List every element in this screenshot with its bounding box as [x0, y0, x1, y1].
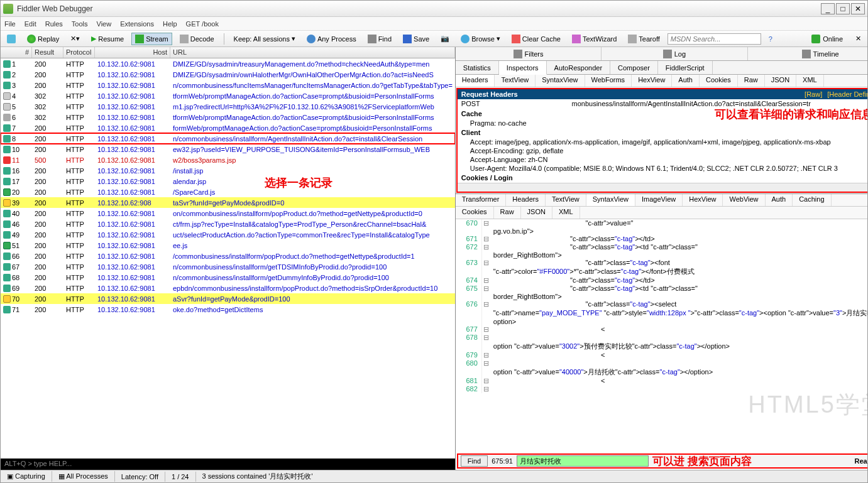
quickexec-bar[interactable]: ALT+Q > type HELP... — [1, 459, 455, 470]
resume-button[interactable]: ▶Resume — [87, 33, 128, 45]
menu-view[interactable]: View — [97, 20, 112, 28]
menu-help[interactable]: Help — [163, 20, 177, 28]
remove-button[interactable]: ✕▾ — [67, 33, 84, 45]
tab-transformer[interactable]: Transformer — [456, 194, 507, 206]
syntax-view[interactable]: HTML5学堂 670⊟ "c-attr">value="pg.vo.bn.ip… — [456, 219, 867, 452]
session-row[interactable]: 10200HTTP10.132.10.62:9081ew32.jsp?useId… — [1, 144, 455, 155]
menu-tools[interactable]: Tools — [72, 20, 88, 28]
tab-fiddlerscript[interactable]: FiddlerScript — [658, 61, 713, 74]
textwizard-button[interactable]: TextWizard — [568, 33, 620, 45]
session-row[interactable]: 71200HTTP10.132.10.62:9081oke.do?method=… — [1, 304, 455, 315]
close-toolbar[interactable]: ✕ — [852, 33, 865, 45]
session-row[interactable]: 46200HTTP10.132.10.62:9081ct/frm.jsp?rec… — [1, 219, 455, 229]
tab-inspectors[interactable]: Inspectors — [499, 61, 547, 75]
menu-getbook[interactable]: GET /book — [186, 20, 219, 28]
session-row[interactable]: 49200HTTP10.132.10.62:9081uct/selectProd… — [1, 229, 455, 240]
session-row[interactable]: 5302HTTP10.132.10.62:9081m1.jsp?redirect… — [1, 101, 455, 112]
session-row[interactable]: 39200HTTP10.132.10.62:908taSvr?funId=get… — [1, 197, 455, 208]
tab-imageview[interactable]: ImageView — [635, 194, 683, 206]
tab-xml[interactable]: XML — [552, 207, 580, 219]
find-input[interactable] — [517, 455, 649, 467]
hscroll[interactable] — [458, 183, 867, 192]
session-row[interactable]: 68200HTTP10.132.10.62:9081n/commonbusine… — [1, 272, 455, 283]
tab-autoresponder[interactable]: AutoResponder — [547, 61, 610, 74]
session-row[interactable]: 8200HTTP10.132.10.62:9081n/commonbusines… — [1, 133, 455, 144]
close-button[interactable]: ✕ — [851, 3, 865, 14]
tab-raw[interactable]: Raw — [494, 207, 521, 219]
col-protocol[interactable]: Protocol — [63, 47, 95, 58]
process-filter[interactable]: ▦ All Processes — [52, 471, 115, 482]
maximize-button[interactable]: □ — [836, 3, 850, 14]
browse-button[interactable]: Browse ▾ — [457, 33, 504, 45]
raw-link[interactable]: [Raw] — [805, 90, 822, 98]
find-button[interactable]: Find — [364, 33, 395, 45]
session-row[interactable]: 3200HTTP10.132.10.62:9081n/commonbusines… — [1, 80, 455, 90]
tab-textview[interactable]: TextView — [546, 194, 586, 206]
tab-json[interactable]: JSON — [521, 207, 552, 219]
tab-auth[interactable]: Auth — [672, 75, 700, 87]
col-result[interactable]: Result — [32, 47, 63, 58]
minimize-button[interactable]: _ — [821, 3, 835, 14]
replay-button[interactable]: Replay — [23, 33, 63, 45]
tab-composer[interactable]: Composer — [610, 61, 658, 74]
tab-headers[interactable]: Headers — [456, 75, 495, 87]
col-url[interactable]: URL — [170, 47, 455, 58]
menubar: FileEditRulesToolsViewExtensionsHelpGET … — [1, 17, 867, 31]
session-row[interactable]: 51200HTTP10.132.10.62:9081ee.js — [1, 240, 455, 251]
session-row[interactable]: 20200HTTP10.132.10.62:9081/SpareCard.js — [1, 187, 455, 197]
menu-extensions[interactable]: Extensions — [120, 20, 154, 28]
tab-log[interactable]: Log — [602, 47, 747, 60]
header-defs-link[interactable]: [Header Definitions] — [827, 90, 867, 98]
session-row[interactable]: 2200HTTP10.132.10.62:9081DMIZE/GD/sysadm… — [1, 69, 455, 80]
tab-statistics[interactable]: Statistics — [456, 61, 499, 74]
comment-button[interactable] — [3, 33, 19, 45]
tab-hexview[interactable]: HexView — [632, 75, 672, 87]
stream-button[interactable]: Stream — [131, 33, 172, 45]
session-row[interactable]: 11500HTTP10.132.10.62:9081w2/boss3params… — [1, 155, 455, 165]
tab-caching[interactable]: Caching — [793, 194, 831, 206]
session-row[interactable]: 40200HTTP10.132.10.62:9081on/commonbusin… — [1, 208, 455, 219]
annotation-select-record: 选择一条记录 — [265, 175, 332, 190]
session-row[interactable]: 67200HTTP10.132.10.62:9081n/commonbusine… — [1, 261, 455, 272]
tab-webview[interactable]: WebView — [723, 194, 765, 206]
help-button[interactable]: ? — [765, 33, 776, 45]
menu-file[interactable]: File — [4, 20, 16, 28]
tab-syntaxview[interactable]: SyntaxView — [586, 194, 635, 206]
save-button[interactable]: Save — [399, 33, 433, 45]
msdn-search-input[interactable] — [667, 33, 761, 45]
tearoff-button[interactable]: Tearoff — [624, 33, 663, 45]
keep-sessions[interactable]: Keep: All sessions ▾ — [230, 33, 299, 45]
session-row[interactable]: 17200HTTP10.132.10.62:9081alendar.jsp — [1, 176, 455, 187]
tab-timeline[interactable]: Timeline — [748, 47, 868, 60]
capturing-status[interactable]: ▣ Capturing — [1, 471, 52, 482]
tab-raw[interactable]: Raw — [738, 75, 765, 87]
session-row[interactable]: 1200HTTP10.132.10.62:9081DMIZE/GD/sysadm… — [1, 58, 455, 69]
decode-button[interactable]: Decode — [176, 33, 218, 45]
session-row[interactable]: 6302HTTP10.132.10.62:9081tformWeb/prompt… — [1, 112, 455, 122]
tab-headers[interactable]: Headers — [506, 194, 546, 206]
clear-cache-button[interactable]: Clear Cache — [508, 33, 564, 45]
session-row[interactable]: 66200HTTP10.132.10.62:9081/commonbusines… — [1, 251, 455, 261]
col-number[interactable]: # — [1, 47, 32, 58]
session-row[interactable]: 7200HTTP10.132.10.62:9081formWeb/promptM… — [1, 122, 455, 133]
tab-hexview[interactable]: HexView — [683, 194, 723, 206]
camera-button[interactable]: 📷 — [437, 33, 453, 45]
session-row[interactable]: 69200HTTP10.132.10.62:9081epbdn/commonbu… — [1, 283, 455, 293]
session-row[interactable]: 70200HTTP10.132.10.62:9081aSvr?funId=get… — [1, 293, 455, 304]
tab-webforms[interactable]: WebForms — [585, 75, 632, 87]
session-row[interactable]: 16200HTTP10.132.10.62:9081/install.jsp — [1, 165, 455, 176]
tab-textview[interactable]: TextView — [495, 75, 536, 87]
menu-edit[interactable]: Edit — [25, 20, 36, 28]
tab-filters[interactable]: Filters — [456, 47, 602, 60]
tab-auth[interactable]: Auth — [766, 194, 793, 206]
tab-json[interactable]: JSON — [765, 75, 796, 87]
tab-syntaxview[interactable]: SyntaxView — [536, 75, 585, 87]
tab-xml[interactable]: XML — [796, 75, 824, 87]
menu-rules[interactable]: Rules — [45, 20, 63, 28]
tab-cookies[interactable]: Cookies — [456, 207, 494, 219]
session-row[interactable]: 4302HTTP10.132.10.62:9081tformWeb/prompt… — [1, 90, 455, 101]
any-process[interactable]: Any Process — [303, 33, 360, 45]
tab-cookies[interactable]: Cookies — [700, 75, 738, 87]
find-button-resp[interactable]: Find — [461, 455, 488, 467]
col-host[interactable]: Host — [95, 47, 170, 58]
